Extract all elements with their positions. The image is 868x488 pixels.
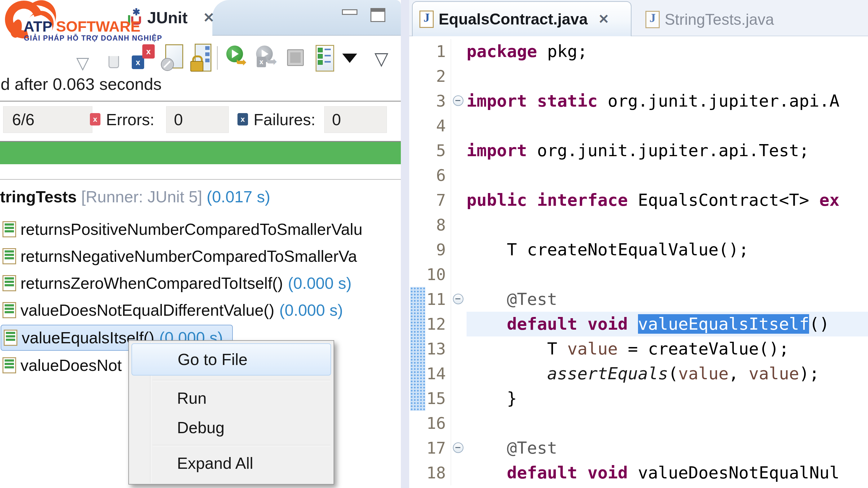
test-icon-bar [5,366,14,368]
test-item[interactable]: returnsNegativeNumberComparedToSmallerVa [0,244,401,269]
fold-column [451,411,467,436]
test-item-time: (0.000 s) [279,301,343,320]
code-segment: value [567,339,618,358]
code-segment: T createNotEqualValue(); [467,240,749,259]
code-line-row: 18 default void valueDoesNotEqualNul [409,460,868,485]
code-line[interactable]: public interface EqualsContract<T> ex [467,188,868,213]
code-line[interactable]: @Test [467,436,868,460]
test-icon-bar [5,284,14,286]
menu-item-expand-all[interactable]: Expand All [129,449,334,478]
sash-divider[interactable] [401,0,409,488]
code-segment: default void [507,463,628,482]
line-number: 6 [409,163,451,188]
errors-label: Errors: [106,106,154,133]
code-segment: default void [507,314,628,334]
code-line[interactable]: default void valueDoesNotEqualNul [467,460,868,485]
code-line-row: 11 @Test [409,287,868,312]
code-line[interactable]: T value = createValue(); [467,336,868,361]
toolbar-separator [217,46,218,70]
test-icon-bar [5,250,14,253]
show-skipped-tests-icon[interactable] [161,44,183,71]
code-segment: T [467,339,567,358]
code-line[interactable] [467,213,868,237]
line-number: 10 [409,262,451,287]
scroll-lock-icon[interactable] [108,56,119,68]
code-line-row: 15 } [409,386,868,411]
test-ok-icon [2,221,16,237]
code-line[interactable] [467,163,868,188]
fold-column [451,312,467,336]
context-menu: Go to FileRunDebugExpand All [128,340,334,485]
test-icon-bar [5,304,14,306]
code-segment: pkg; [537,41,588,61]
minimize-icon[interactable] [342,9,358,15]
code-segment: public interface [467,190,628,210]
fold-column [451,138,467,163]
test-icon-bar [5,223,14,226]
code-segment: , [728,364,749,383]
code-segment: valueDoesNotEqualNul [628,463,839,482]
code-segment: import [467,141,527,160]
test-suite-row[interactable]: tringTests [Runner: JUnit 5] (0.017 s) [0,184,401,209]
test-icon-bar [5,281,14,283]
stop-icon[interactable] [287,49,304,66]
view-menu-icon[interactable]: ▽ [374,52,389,65]
code-line[interactable]: assertEquals(value, value); [467,361,868,386]
show-failures-only-icon[interactable]: xx [132,44,157,71]
code-line-row: 14 assertEquals(value, value); [409,361,868,386]
code-line[interactable] [467,411,868,436]
fold-collapse-icon[interactable] [453,443,463,453]
code-line[interactable]: T createNotEqualValue(); [467,237,868,262]
fold-collapse-icon[interactable] [453,294,463,304]
range-indicator [410,287,425,411]
code-line[interactable]: } [467,386,868,411]
code-line[interactable] [467,64,868,89]
logo-wordmark: ATP SOFTWARE [24,18,141,35]
code-line[interactable]: default void valueEqualsItself() [467,312,868,336]
code-line[interactable]: @Test [467,287,868,312]
fold-column [451,287,467,312]
line-number: 18 [409,460,451,485]
code-segment [628,314,638,334]
close-icon[interactable]: ✕ [598,11,609,27]
code-line[interactable]: import org.junit.jupiter.api.Test; [467,138,868,163]
menu-item-go-to-file[interactable]: Go to File [131,343,331,376]
selected-occurrence: valueEqualsItself [638,314,809,334]
test-ok-icon [4,330,18,346]
menu-item-debug[interactable]: Debug [129,413,334,443]
rerun-failed-tests-icon[interactable]: x➥ [256,45,282,72]
maximize-icon[interactable] [370,8,385,22]
code-line[interactable] [467,113,868,138]
line-number: 2 [409,64,451,89]
editor-tab-stringtests-java[interactable]: JStringTests.java [639,4,812,35]
menu-item-run[interactable]: Run [129,384,334,413]
status-text: d after 0.063 seconds [1,74,161,94]
test-icon-bar [5,227,14,229]
dropdown-triangle-icon[interactable] [342,54,357,63]
tab-junit[interactable]: ✱ JUnit ✕ [128,0,215,35]
test-item[interactable]: returnsZeroWhenComparedToItself()(0.000 … [0,271,401,296]
test-item-label: returnsNegativeNumberComparedToSmallerVa [21,247,357,265]
chevron-down-icon[interactable]: ▽ [76,57,89,69]
lock-view-icon[interactable] [190,44,211,72]
close-icon[interactable]: ✕ [203,10,215,25]
test-item-label: returnsPositiveNumberComparedToSmallerVa… [21,220,362,238]
test-item-label: valueDoesNotEqualDifferentValue() [21,301,274,320]
code-line-row: 16 [409,411,868,436]
test-run-history-icon[interactable] [316,45,334,72]
code-line[interactable] [467,262,868,287]
editor-content[interactable]: 1package pkg;23import static org.junit.j… [409,36,868,488]
editor-tab-equalscontract-java[interactable]: JEqualsContract.java✕ [412,1,631,36]
editor-tab-label: EqualsContract.java [439,10,588,28]
test-item[interactable]: valueDoesNotEqualDifferentValue()(0.000 … [0,298,401,323]
test-item[interactable]: returnsPositiveNumberComparedToSmallerVa… [0,217,401,242]
code-line-row: 8 [409,213,868,237]
fold-collapse-icon[interactable] [453,95,463,106]
code-line[interactable]: package pkg; [467,39,868,64]
fold-column [451,113,467,138]
code-line[interactable]: import static org.junit.jupiter.api.A [467,89,868,113]
rerun-test-icon[interactable]: ➥ [226,45,252,72]
code-line-row: 6 [409,163,868,188]
line-number: 1 [409,39,451,64]
junit-tab-label: JUnit [147,8,188,27]
